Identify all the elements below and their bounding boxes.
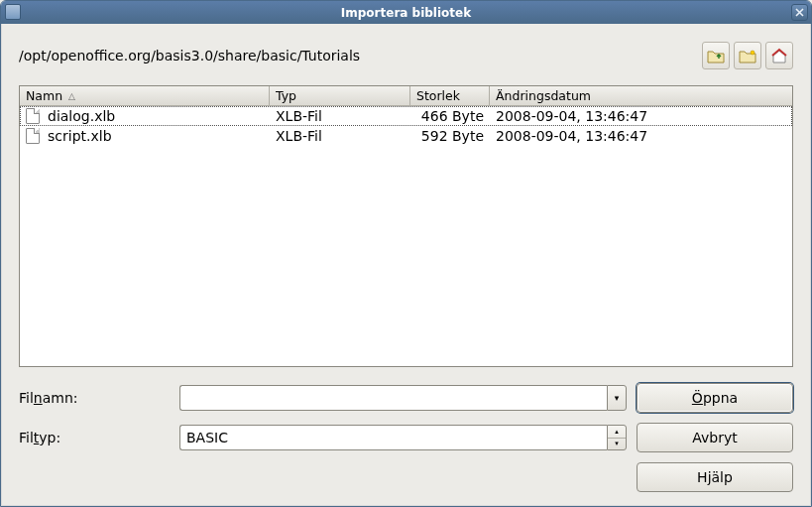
- file-icon: [26, 108, 40, 124]
- column-header-type[interactable]: Typ: [270, 86, 410, 105]
- filetype-value: BASIC: [179, 425, 607, 450]
- file-rows: dialog.xlbXLB-Fil466 Byte2008-09-04, 13:…: [20, 106, 792, 366]
- chevron-up-icon: ▴: [608, 426, 626, 439]
- folder-up-button[interactable]: [702, 42, 730, 69]
- app-icon: [5, 4, 21, 20]
- open-button[interactable]: Öppna: [637, 383, 793, 413]
- column-headers: Namn △ Typ Storlek Ändringsdatum: [20, 86, 792, 106]
- new-folder-icon: [739, 48, 756, 63]
- svg-point-0: [751, 51, 754, 55]
- cell-name: script.xlb: [20, 128, 270, 144]
- file-list[interactable]: Namn △ Typ Storlek Ändringsdatum dialog.…: [19, 85, 793, 367]
- cancel-button[interactable]: Avbryt: [637, 423, 793, 452]
- dialog-body: /opt/openoffice.org/basis3.0/share/basic…: [1, 24, 811, 506]
- table-row[interactable]: dialog.xlbXLB-Fil466 Byte2008-09-04, 13:…: [20, 106, 792, 126]
- current-path: /opt/openoffice.org/basis3.0/share/basic…: [19, 48, 698, 63]
- file-icon: [26, 128, 40, 144]
- help-button[interactable]: Hjälp: [637, 462, 793, 492]
- close-icon: [795, 8, 804, 17]
- cell-size: 592 Byte: [410, 128, 490, 144]
- cell-name: dialog.xlb: [20, 108, 270, 124]
- filetype-label: Filtyp:: [19, 430, 170, 445]
- home-button[interactable]: [765, 42, 793, 69]
- filename-dropdown-button[interactable]: ▾: [607, 385, 627, 411]
- cell-size: 466 Byte: [410, 108, 490, 124]
- cell-date: 2008-09-04, 13:46:47: [490, 108, 792, 124]
- home-icon: [770, 48, 788, 63]
- column-header-size[interactable]: Storlek: [410, 86, 490, 105]
- filetype-combo[interactable]: BASIC ▴ ▾: [179, 425, 627, 450]
- filename-label: Filnamn:: [19, 390, 170, 406]
- chevron-down-icon: ▾: [615, 393, 620, 403]
- dialog-window: Importera bibliotek /opt/openoffice.org/…: [0, 0, 812, 507]
- window-title: Importera bibliotek: [341, 6, 471, 20]
- titlebar[interactable]: Importera bibliotek: [1, 1, 811, 24]
- column-header-date[interactable]: Ändringsdatum: [490, 86, 792, 105]
- chevron-down-icon: ▾: [608, 439, 626, 450]
- cell-date: 2008-09-04, 13:46:47: [490, 128, 792, 144]
- cell-type: XLB-Fil: [270, 128, 410, 144]
- table-row[interactable]: script.xlbXLB-Fil592 Byte2008-09-04, 13:…: [20, 126, 792, 146]
- filename-combo: ▾: [179, 385, 627, 411]
- file-name: script.xlb: [48, 128, 112, 144]
- form-area: Filnamn: ▾ Öppna Filtyp: BASIC ▴ ▾ Avbry…: [19, 383, 793, 492]
- filetype-stepper[interactable]: ▴ ▾: [607, 425, 627, 450]
- path-row: /opt/openoffice.org/basis3.0/share/basic…: [19, 42, 793, 69]
- file-name: dialog.xlb: [48, 108, 115, 124]
- close-button[interactable]: [791, 4, 808, 21]
- folder-up-icon: [707, 48, 725, 63]
- sort-ascending-icon: △: [68, 91, 75, 101]
- filename-input[interactable]: [179, 385, 607, 411]
- new-folder-button[interactable]: [734, 42, 761, 69]
- cell-type: XLB-Fil: [270, 108, 410, 124]
- column-header-name[interactable]: Namn △: [20, 86, 270, 105]
